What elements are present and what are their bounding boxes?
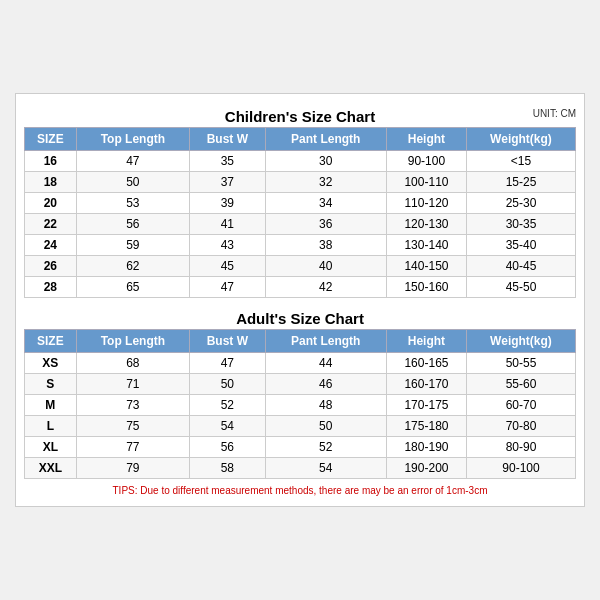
table-cell: 50 — [265, 416, 386, 437]
adult-col-pant-length: Pant Length — [265, 330, 386, 353]
adult-col-weight: Weight(kg) — [466, 330, 575, 353]
children-unit-label: UNIT: CM — [533, 108, 576, 119]
table-cell: 35-40 — [466, 235, 575, 256]
table-cell: 20 — [25, 193, 77, 214]
table-row: 20533934110-12025-30 — [25, 193, 576, 214]
table-row: XXL795854190-20090-100 — [25, 458, 576, 479]
table-cell: 28 — [25, 277, 77, 298]
table-cell: XXL — [25, 458, 77, 479]
table-cell: 35 — [190, 151, 266, 172]
table-cell: <15 — [466, 151, 575, 172]
table-cell: 18 — [25, 172, 77, 193]
adult-col-height: Height — [386, 330, 466, 353]
table-cell: 34 — [265, 193, 386, 214]
table-cell: 54 — [190, 416, 266, 437]
table-cell: 47 — [190, 353, 266, 374]
table-cell: 52 — [265, 437, 386, 458]
table-cell: XL — [25, 437, 77, 458]
table-cell: 65 — [76, 277, 189, 298]
table-cell: 54 — [265, 458, 386, 479]
table-cell: 80-90 — [466, 437, 575, 458]
table-cell: 16 — [25, 151, 77, 172]
table-cell: 70-80 — [466, 416, 575, 437]
table-cell: 30-35 — [466, 214, 575, 235]
adult-size-table: SIZE Top Length Bust W Pant Length Heigh… — [24, 329, 576, 479]
table-cell: 38 — [265, 235, 386, 256]
children-col-bust-w: Bust W — [190, 128, 266, 151]
table-cell: 56 — [76, 214, 189, 235]
table-cell: L — [25, 416, 77, 437]
table-cell: 15-25 — [466, 172, 575, 193]
table-cell: 56 — [190, 437, 266, 458]
children-col-top-length: Top Length — [76, 128, 189, 151]
table-cell: 71 — [76, 374, 189, 395]
table-cell: 150-160 — [386, 277, 466, 298]
table-cell: 40-45 — [466, 256, 575, 277]
table-cell: 130-140 — [386, 235, 466, 256]
adult-col-top-length: Top Length — [76, 330, 189, 353]
table-row: S715046160-17055-60 — [25, 374, 576, 395]
table-cell: 55-60 — [466, 374, 575, 395]
table-cell: 140-150 — [386, 256, 466, 277]
table-cell: 24 — [25, 235, 77, 256]
table-cell: 41 — [190, 214, 266, 235]
table-row: 26624540140-15040-45 — [25, 256, 576, 277]
table-cell: M — [25, 395, 77, 416]
adult-col-size: SIZE — [25, 330, 77, 353]
table-cell: 160-165 — [386, 353, 466, 374]
table-row: 22564136120-13030-35 — [25, 214, 576, 235]
table-row: XS684744160-16550-55 — [25, 353, 576, 374]
table-row: 18503732100-11015-25 — [25, 172, 576, 193]
table-cell: 37 — [190, 172, 266, 193]
table-cell: 30 — [265, 151, 386, 172]
adult-header-row: SIZE Top Length Bust W Pant Length Heigh… — [25, 330, 576, 353]
table-cell: 120-130 — [386, 214, 466, 235]
table-cell: 47 — [76, 151, 189, 172]
adult-col-bust-w: Bust W — [190, 330, 266, 353]
table-cell: 75 — [76, 416, 189, 437]
table-cell: 73 — [76, 395, 189, 416]
table-cell: 50-55 — [466, 353, 575, 374]
table-cell: 43 — [190, 235, 266, 256]
table-cell: S — [25, 374, 77, 395]
table-cell: 32 — [265, 172, 386, 193]
children-col-height: Height — [386, 128, 466, 151]
table-cell: 62 — [76, 256, 189, 277]
children-chart-title: Children's Size Chart UNIT: CM — [24, 102, 576, 127]
table-row: XL775652180-19080-90 — [25, 437, 576, 458]
children-size-table: SIZE Top Length Bust W Pant Length Heigh… — [24, 127, 576, 298]
table-cell: 79 — [76, 458, 189, 479]
table-cell: 110-120 — [386, 193, 466, 214]
table-cell: 50 — [76, 172, 189, 193]
table-row: M735248170-17560-70 — [25, 395, 576, 416]
table-cell: 160-170 — [386, 374, 466, 395]
table-cell: 59 — [76, 235, 189, 256]
table-cell: 42 — [265, 277, 386, 298]
table-row: L755450175-18070-80 — [25, 416, 576, 437]
table-cell: 190-200 — [386, 458, 466, 479]
table-cell: 53 — [76, 193, 189, 214]
table-row: 1647353090-100<15 — [25, 151, 576, 172]
table-cell: 45-50 — [466, 277, 575, 298]
adult-chart-title: Adult's Size Chart — [24, 304, 576, 329]
tips-text: TIPS: Due to different measurement metho… — [24, 479, 576, 498]
table-cell: 90-100 — [466, 458, 575, 479]
table-cell: 47 — [190, 277, 266, 298]
children-header-row: SIZE Top Length Bust W Pant Length Heigh… — [25, 128, 576, 151]
table-row: 28654742150-16045-50 — [25, 277, 576, 298]
table-cell: 40 — [265, 256, 386, 277]
table-cell: 58 — [190, 458, 266, 479]
table-cell: 68 — [76, 353, 189, 374]
table-cell: 175-180 — [386, 416, 466, 437]
table-cell: 52 — [190, 395, 266, 416]
table-row: 24594338130-14035-40 — [25, 235, 576, 256]
table-cell: 44 — [265, 353, 386, 374]
table-cell: XS — [25, 353, 77, 374]
table-cell: 46 — [265, 374, 386, 395]
children-col-size: SIZE — [25, 128, 77, 151]
children-col-weight: Weight(kg) — [466, 128, 575, 151]
table-cell: 48 — [265, 395, 386, 416]
table-cell: 26 — [25, 256, 77, 277]
children-col-pant-length: Pant Length — [265, 128, 386, 151]
table-cell: 39 — [190, 193, 266, 214]
